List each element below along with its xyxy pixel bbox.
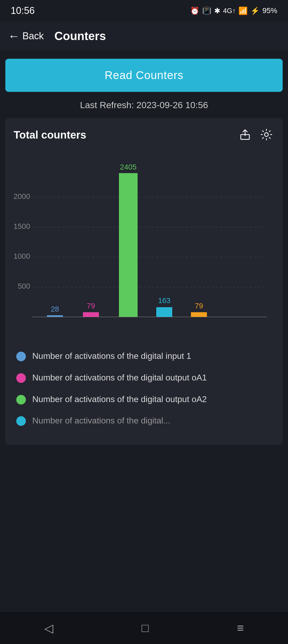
- chart-header: Total counters: [6, 119, 282, 149]
- bluetooth-icon: ✱: [214, 6, 220, 15]
- vibrate-icon: 📳: [202, 6, 211, 15]
- legend-item-1: Number of activations of the digital inp…: [16, 350, 272, 362]
- svg-rect-15: [119, 173, 138, 317]
- legend-dot-2: [16, 373, 26, 383]
- signal-icon: 📶: [238, 6, 248, 15]
- alarm-icon: ⏰: [190, 6, 199, 15]
- nav-bar: ◁ □ ≡: [0, 612, 288, 644]
- legend-item-2: Number of activations of the digital out…: [16, 372, 272, 384]
- network-icon: 4G↑: [223, 7, 236, 15]
- lightning-icon: ⚡: [250, 6, 260, 15]
- gear-icon: [261, 129, 272, 140]
- chart-card: Total counters: [5, 118, 283, 445]
- status-icons: ⏰ 📳 ✱ 4G↑ 📶 ⚡ 95%: [190, 6, 277, 15]
- legend-dot-3: [16, 395, 26, 405]
- svg-text:1500: 1500: [14, 222, 30, 230]
- status-bar: 10:56 ⏰ 📳 ✱ 4G↑ 📶 ⚡ 95%: [0, 0, 288, 21]
- nav-home-button[interactable]: □: [131, 616, 159, 640]
- legend-text-1: Number of activations of the digital inp…: [32, 350, 191, 362]
- share-icon: [239, 129, 251, 140]
- battery-level: 95%: [262, 6, 277, 15]
- nav-back-button[interactable]: ◁: [34, 616, 64, 640]
- share-button[interactable]: [237, 127, 253, 143]
- page-title: Counters: [54, 29, 106, 43]
- svg-rect-19: [191, 312, 207, 317]
- chart-title: Total counters: [14, 129, 86, 141]
- bar-chart: 2000 1500 1000 500 28 79: [6, 149, 282, 342]
- svg-text:79: 79: [195, 302, 203, 310]
- chart-svg: 2000 1500 1000 500 28 79: [11, 151, 278, 338]
- back-arrow-icon: ←: [8, 29, 20, 43]
- svg-text:2405: 2405: [120, 163, 137, 171]
- legend-item-3: Number of activations of the digital out…: [16, 393, 272, 405]
- main-content: Read Counters Last Refresh: 2023-09-26 1…: [0, 59, 288, 487]
- app-bar: ← Back Counters: [0, 21, 288, 51]
- svg-text:28: 28: [51, 305, 59, 313]
- svg-text:163: 163: [158, 296, 171, 305]
- svg-text:500: 500: [18, 282, 30, 290]
- legend-text-3: Number of activations of the digital out…: [32, 393, 207, 405]
- back-label: Back: [22, 30, 44, 42]
- svg-rect-11: [47, 315, 63, 317]
- legend: Number of activations of the digital inp…: [6, 342, 282, 439]
- legend-dot-1: [16, 352, 26, 361]
- svg-point-1: [265, 133, 268, 136]
- status-time: 10:56: [11, 5, 35, 16]
- back-button[interactable]: ← Back: [8, 29, 44, 43]
- legend-dot-4: [16, 416, 26, 426]
- settings-button[interactable]: [258, 127, 274, 143]
- chart-actions: [237, 127, 274, 143]
- svg-rect-17: [156, 307, 172, 317]
- legend-item-4: Number of activations of the digital...: [16, 415, 272, 427]
- nav-menu-button[interactable]: ≡: [226, 616, 255, 640]
- svg-text:1000: 1000: [14, 252, 30, 260]
- last-refresh-label: Last Refresh: 2023-09-26 10:56: [5, 92, 283, 118]
- read-counters-button[interactable]: Read Counters: [5, 59, 283, 92]
- svg-text:79: 79: [87, 302, 95, 310]
- legend-text-2: Number of activations of the digital out…: [32, 372, 207, 384]
- legend-text-4: Number of activations of the digital...: [32, 415, 170, 427]
- svg-rect-13: [83, 312, 99, 317]
- svg-text:2000: 2000: [14, 192, 30, 201]
